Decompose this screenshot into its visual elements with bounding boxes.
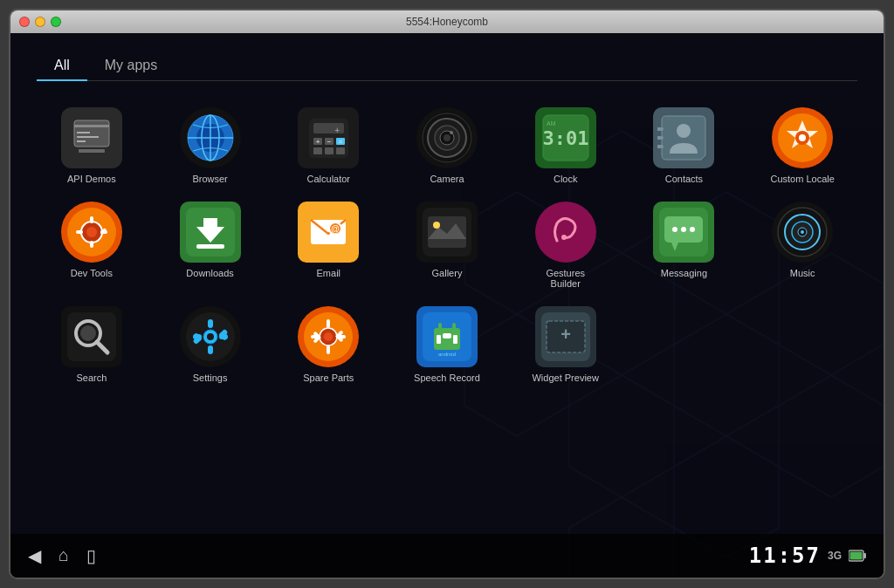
minimize-button[interactable]: [35, 17, 45, 27]
tab-all[interactable]: All: [37, 51, 87, 80]
svg-rect-56: [90, 241, 93, 248]
svg-rect-58: [76, 230, 83, 234]
tablet-screen: All My apps: [10, 33, 884, 578]
svg-rect-62: [196, 244, 224, 249]
svg-rect-92: [208, 345, 213, 354]
svg-point-77: [681, 227, 686, 232]
app-spare-parts[interactable]: Spare Parts: [273, 302, 383, 387]
svg-text:+: +: [315, 138, 320, 146]
app-search[interactable]: Search: [37, 302, 147, 387]
app-contacts[interactable]: Contacts: [629, 103, 739, 188]
camera-label: Camera: [430, 174, 464, 184]
widget-preview-icon: +: [535, 306, 596, 367]
spare-parts-icon: [298, 306, 359, 367]
calculator-label: Calculator: [307, 174, 351, 184]
svg-rect-124: [850, 552, 863, 560]
app-dev-tools[interactable]: Dev Tools: [37, 197, 147, 293]
back-button[interactable]: ◀: [28, 545, 41, 566]
close-button[interactable]: [19, 17, 30, 27]
spare-parts-label: Spare Parts: [303, 373, 354, 383]
custom-locale-label: Custom Locale: [770, 174, 834, 184]
svg-rect-13: [77, 132, 90, 133]
svg-rect-29: [325, 147, 334, 154]
search-label: Search: [76, 373, 107, 383]
app-music[interactable]: Music: [747, 197, 857, 293]
svg-text:+: +: [334, 126, 340, 135]
clock-display: 11:57: [749, 544, 821, 568]
contacts-icon: [653, 107, 714, 168]
app-calculator[interactable]: + + − = Calculator: [273, 103, 383, 188]
nav-buttons: ◀ ⌂ ▯: [28, 545, 96, 566]
svg-point-90: [207, 333, 214, 340]
widget-preview-label: Widget Preview: [532, 373, 598, 383]
music-icon: [772, 202, 833, 263]
clock-label: Clock: [554, 174, 578, 184]
contacts-label: Contacts: [665, 174, 703, 184]
app-clock[interactable]: 3:01 AM Clock: [511, 103, 621, 188]
svg-point-101: [324, 332, 333, 341]
app-messaging[interactable]: Messaging: [629, 197, 739, 293]
svg-rect-15: [77, 140, 86, 142]
app-browser[interactable]: Browser: [155, 103, 265, 188]
content-area: All My apps: [10, 33, 884, 534]
svg-rect-28: [313, 147, 322, 154]
svg-text:@: @: [331, 224, 340, 234]
app-api-demos[interactable]: API Demos: [37, 103, 147, 188]
app-email[interactable]: @ Email: [273, 197, 383, 293]
svg-rect-103: [327, 345, 330, 354]
app-widget-preview[interactable]: + Widget Preview: [511, 302, 621, 387]
settings-label: Settings: [193, 373, 228, 383]
home-button[interactable]: ⌂: [58, 545, 69, 566]
svg-rect-30: [336, 147, 345, 154]
svg-point-72: [561, 235, 567, 240]
tab-myapps[interactable]: My apps: [87, 51, 175, 80]
svg-point-70: [433, 222, 440, 229]
svg-text:−: −: [327, 138, 331, 146]
recents-button[interactable]: ▯: [86, 545, 96, 566]
app-custom-locale[interactable]: Custom Locale: [747, 103, 857, 188]
svg-point-86: [80, 325, 96, 341]
title-bar: 5554:Honeycomb: [10, 10, 884, 33]
network-indicator: 3G: [828, 550, 842, 562]
svg-point-76: [672, 227, 677, 232]
svg-rect-14: [77, 136, 99, 138]
browser-icon: [180, 107, 241, 168]
gestures-builder-label: Gestures Builder: [531, 268, 601, 289]
svg-rect-115: [437, 335, 441, 344]
svg-text:=: =: [338, 138, 342, 146]
svg-rect-55: [90, 216, 93, 223]
svg-point-78: [690, 227, 695, 232]
svg-rect-91: [208, 319, 213, 328]
clock-icon: 3:01 AM: [535, 107, 596, 168]
svg-point-54: [86, 227, 97, 237]
app-gallery[interactable]: Gallery: [392, 197, 502, 293]
dev-tools-icon: [61, 202, 122, 263]
app-settings[interactable]: Settings: [155, 302, 265, 387]
calculator-icon: + + − =: [298, 107, 359, 168]
app-camera[interactable]: Camera: [392, 103, 502, 188]
svg-rect-114: [452, 323, 456, 330]
music-label: Music: [790, 268, 815, 278]
api-demos-icon: [61, 107, 122, 168]
svg-rect-16: [79, 149, 105, 153]
svg-text:+: +: [560, 325, 571, 344]
svg-rect-113: [438, 323, 442, 330]
gestures-builder-icon: [535, 202, 596, 263]
maximize-button[interactable]: [51, 17, 61, 27]
downloads-label: Downloads: [186, 268, 233, 278]
camera-icon: [416, 107, 478, 168]
status-right: 11:57 3G: [749, 544, 866, 568]
svg-point-71: [541, 208, 590, 256]
svg-text:AM: AM: [547, 120, 556, 126]
tabs-row: All My apps: [37, 51, 857, 81]
window-controls: [19, 17, 61, 27]
speech-record-label: Speech Record: [414, 373, 480, 383]
svg-rect-102: [327, 319, 330, 328]
window-title: 5554:Honeycomb: [406, 16, 488, 28]
app-speech-record[interactable]: android Speech Record: [392, 302, 502, 387]
app-gestures-builder[interactable]: Gestures Builder: [511, 197, 621, 293]
app-downloads[interactable]: Downloads: [155, 197, 265, 293]
custom-locale-icon: [772, 107, 833, 168]
svg-point-51: [799, 134, 806, 141]
svg-rect-123: [863, 553, 866, 558]
